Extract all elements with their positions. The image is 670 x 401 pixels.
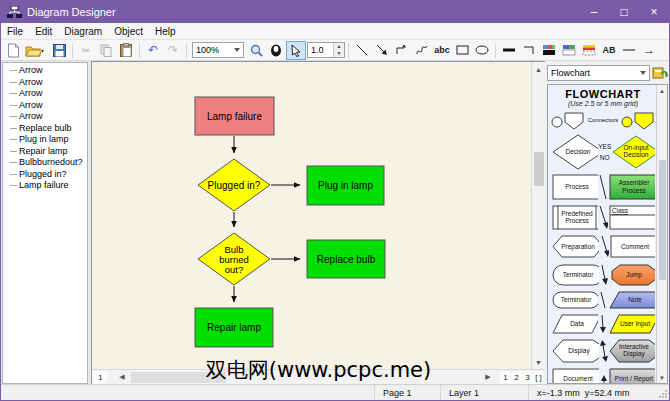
- tree-item-arrow[interactable]: Arrow: [7, 88, 87, 100]
- palette-shape-data[interactable]: Data: [551, 313, 598, 335]
- tree-item-arrow[interactable]: Arrow: [7, 111, 87, 123]
- save-button[interactable]: [49, 41, 69, 60]
- palette-shape-jump[interactable]: Jump: [608, 263, 655, 287]
- copy-button[interactable]: [96, 41, 116, 60]
- palette-shape-interactive-display[interactable]: Interactive Display: [608, 338, 655, 364]
- font-button[interactable]: AB: [599, 41, 619, 60]
- flow-arrow-sample[interactable]: [598, 313, 607, 335]
- fill-color-button[interactable]: [559, 41, 579, 60]
- maximize-button[interactable]: □: [609, 1, 639, 23]
- node-bulb-burned-out[interactable]: Bulb burned out?: [198, 233, 270, 285]
- load-palette-button[interactable]: [652, 65, 668, 80]
- zoom-tool-button[interactable]: [246, 41, 266, 60]
- minimize-button[interactable]: –: [579, 1, 609, 23]
- tree-item-repair-lamp[interactable]: Repair lamp: [7, 146, 87, 158]
- palette-shape-on-input-decision[interactable]: On-input Decision: [611, 133, 655, 171]
- menu-file[interactable]: File: [1, 25, 29, 38]
- paste-button[interactable]: [116, 41, 136, 60]
- open-file-button[interactable]: [23, 41, 49, 60]
- undo-button[interactable]: ↶: [143, 41, 163, 60]
- pan-tool-button[interactable]: [266, 41, 286, 60]
- palette-shape-preparation[interactable]: Preparation: [551, 234, 599, 259]
- menu-help[interactable]: Help: [149, 25, 182, 38]
- diagram-canvas[interactable]: Lamp failure Plugged in? Plug in lamp: [92, 62, 531, 369]
- flow-arrow-sample[interactable]: [599, 338, 608, 364]
- palette-shape-connector-yellow[interactable]: [621, 109, 655, 131]
- palette-shape-document[interactable]: Document: [551, 367, 599, 384]
- template-select[interactable]: Flowchart: [547, 65, 650, 81]
- flow-arrow-sample[interactable]: [599, 367, 608, 384]
- tree-item-plug-in-lamp[interactable]: Plug in lamp: [7, 134, 87, 146]
- palette-scroll-thumb[interactable]: [659, 160, 666, 280]
- palette-scrollbar[interactable]: ▲ ▼: [656, 85, 667, 383]
- node-lamp-failure[interactable]: Lamp failure: [195, 97, 274, 135]
- palette-shape-decision[interactable]: Decision: [551, 133, 598, 171]
- new-document-button[interactable]: [3, 41, 23, 60]
- corner-style-button[interactable]: [519, 41, 539, 60]
- palette-shape-note[interactable]: Note: [608, 290, 655, 310]
- page-tab-new[interactable]: [ ]: [532, 371, 545, 384]
- page-tab-2[interactable]: 2: [510, 371, 523, 384]
- palette-shape-comment[interactable]: Comment: [609, 234, 655, 259]
- flow-arrow-sample[interactable]: [599, 263, 608, 287]
- pointer-tool-button[interactable]: [286, 41, 306, 60]
- resize-grip[interactable]: [657, 385, 669, 400]
- line-width-button[interactable]: [499, 41, 519, 60]
- tree-item-arrow[interactable]: Arrow: [7, 65, 87, 77]
- title-bar[interactable]: Diagram Designer – □ ×: [1, 1, 669, 23]
- line-style-button[interactable]: [619, 41, 639, 60]
- rectangle-tool-button[interactable]: [452, 41, 472, 60]
- menu-edit[interactable]: Edit: [29, 25, 58, 38]
- current-page-tab[interactable]: 1: [92, 371, 109, 384]
- flow-arrow-sample[interactable]: [599, 234, 610, 259]
- scroll-down-icon[interactable]: ▼: [659, 372, 665, 383]
- scroll-up-icon[interactable]: ▲: [659, 85, 665, 96]
- menu-diagram[interactable]: Diagram: [58, 25, 108, 38]
- spin-down-icon[interactable]: ▼: [334, 50, 344, 57]
- palette-shape-terminator-small[interactable]: Terminator: [551, 290, 598, 310]
- flow-arrow-sample[interactable]: [598, 204, 609, 231]
- polyline-tool-button[interactable]: [392, 41, 412, 60]
- page-tab-1[interactable]: 1: [499, 371, 512, 384]
- vertical-scroll-thumb[interactable]: [534, 152, 544, 186]
- close-button[interactable]: ×: [639, 1, 669, 23]
- node-repair-lamp[interactable]: Repair lamp: [195, 308, 273, 347]
- line-scale-spinner[interactable]: 1.0 ▲▼: [307, 42, 345, 58]
- text-tool-button[interactable]: abc: [432, 41, 452, 60]
- flow-line-sample[interactable]: [598, 173, 607, 201]
- palette-shape-connector-white[interactable]: [551, 109, 585, 131]
- shadow-color-button[interactable]: [579, 41, 599, 60]
- spinner-arrows[interactable]: ▲▼: [333, 43, 344, 57]
- scroll-up-icon[interactable]: ▲: [532, 62, 546, 76]
- palette-shape-assembler-process[interactable]: Assembler Process: [608, 173, 655, 201]
- palette-shape-user-input[interactable]: User Input: [607, 313, 655, 335]
- spin-up-icon[interactable]: ▲: [334, 43, 344, 50]
- page-tab-3[interactable]: 3: [521, 371, 534, 384]
- palette-shape-print-report[interactable]: Print / Report: [608, 367, 655, 384]
- tree-item-arrow[interactable]: Arrow: [7, 77, 87, 89]
- ellipse-tool-button[interactable]: [472, 41, 492, 60]
- palette-shape-terminator[interactable]: Terminator: [551, 263, 599, 287]
- palette-shape-predefined-process[interactable]: Predefined Process: [551, 204, 598, 231]
- line-tool-button[interactable]: [352, 41, 372, 60]
- cut-button[interactable]: ✂: [76, 41, 96, 60]
- redo-button[interactable]: ↷: [163, 41, 183, 60]
- arrow-style-button[interactable]: →: [639, 41, 659, 60]
- tree-item-replace-bulb[interactable]: Replace bulb: [7, 123, 87, 135]
- arrow-line-tool-button[interactable]: [372, 41, 392, 60]
- scroll-right-icon[interactable]: ▶: [481, 370, 495, 384]
- tree-item-plugged-in[interactable]: Plugged in?: [7, 169, 87, 181]
- zoom-level-select[interactable]: 100%: [192, 42, 244, 58]
- tree-item-bulbburnedout[interactable]: Bulbburnedout?: [7, 157, 87, 169]
- canvas-vertical-scrollbar[interactable]: ▲ ▼: [531, 62, 545, 369]
- scroll-left-icon[interactable]: ◀: [115, 370, 129, 384]
- palette-shape-class[interactable]: Class: [608, 204, 655, 231]
- palette-shape-process[interactable]: Process: [551, 173, 598, 201]
- flow-line-sample[interactable]: [598, 290, 607, 310]
- line-color-button[interactable]: [539, 41, 559, 60]
- palette-shape-display[interactable]: Display: [551, 338, 599, 364]
- node-plugged-in[interactable]: Plugged in?: [198, 159, 270, 211]
- node-plug-in-lamp[interactable]: Plug in lamp: [307, 166, 384, 205]
- scroll-down-icon[interactable]: ▼: [532, 355, 546, 369]
- tree-item-lamp-failure[interactable]: Lamp failure: [7, 180, 87, 192]
